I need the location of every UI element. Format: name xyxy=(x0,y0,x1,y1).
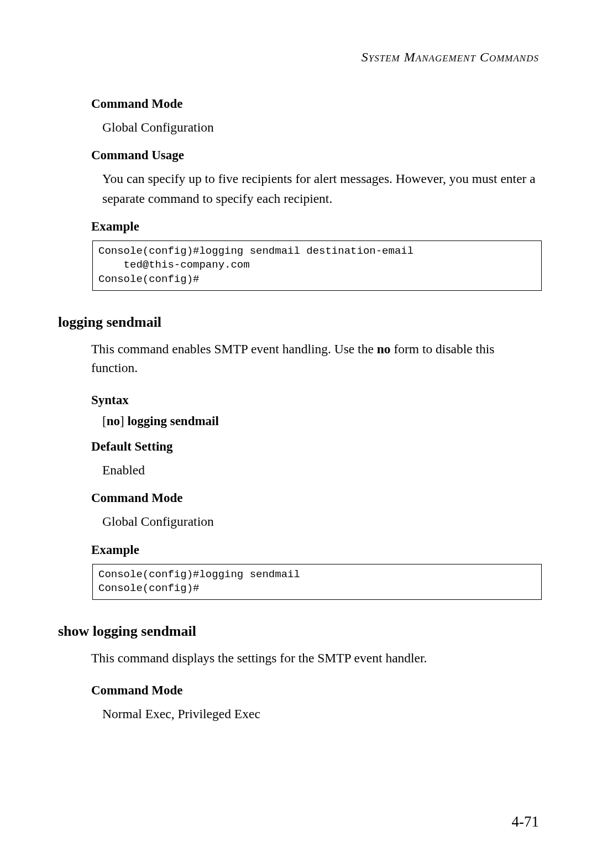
example-code-block: Console(config)#logging sendmail destina… xyxy=(92,240,542,291)
intro-bold-no: no xyxy=(377,342,391,356)
default-setting-text: Enabled xyxy=(102,461,542,480)
command-mode-label-2: Command Mode xyxy=(91,491,542,505)
syntax-cmd: logging sendmail xyxy=(127,414,219,428)
syntax-bracket-open: [ xyxy=(102,414,107,428)
syntax-text: [no] logging sendmail xyxy=(102,414,542,428)
command-mode-text: Global Configuration xyxy=(102,118,542,137)
command-mode-label: Command Mode xyxy=(91,97,542,111)
section-intro-text: This command enables SMTP event handling… xyxy=(91,339,542,378)
syntax-label: Syntax xyxy=(91,393,542,407)
default-setting-label: Default Setting xyxy=(91,440,542,454)
example-label-2: Example xyxy=(91,543,542,557)
command-mode-label-3: Command Mode xyxy=(91,683,542,698)
page-number: 4-71 xyxy=(512,813,540,830)
command-mode-text-3: Normal Exec, Privileged Exec xyxy=(102,704,542,724)
example-code-block-2: Console(config)#logging sendmail Console… xyxy=(92,564,542,600)
command-mode-text-2: Global Configuration xyxy=(102,512,542,531)
example-label: Example xyxy=(91,219,542,234)
syntax-bracket-close: ] xyxy=(120,414,127,428)
command-usage-label: Command Usage xyxy=(91,148,542,163)
command-usage-text: You can specify up to five recipients fo… xyxy=(102,169,542,208)
syntax-no: no xyxy=(107,414,120,428)
section3-intro-text: This command displays the settings for t… xyxy=(91,649,542,668)
intro-part1: This command enables SMTP event handling… xyxy=(91,342,377,356)
section-title-logging-sendmail: logging sendmail xyxy=(58,314,542,331)
section-title-show-logging-sendmail: show logging sendmail xyxy=(58,623,542,640)
page-header: System Management Commands xyxy=(58,50,539,65)
